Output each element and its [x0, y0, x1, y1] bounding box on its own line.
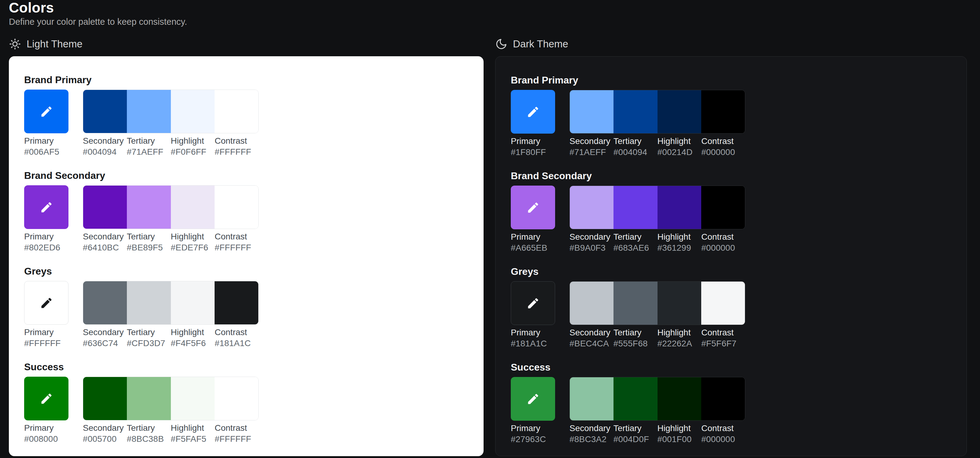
- primary-swatch-edit-button[interactable]: [24, 89, 68, 133]
- swatch-hex-value: #001F00: [657, 434, 702, 445]
- swatch-label-cell: Tertiary#004D0F: [614, 423, 657, 445]
- primary-swatch-edit-button[interactable]: [511, 377, 555, 421]
- swatch-row: [511, 186, 955, 229]
- swatch-role-label: Secondary: [83, 136, 127, 146]
- swatch-role-label: Contrast: [215, 136, 259, 146]
- swatch-hex-value: #181A1C: [215, 338, 259, 348]
- edit-pencil-icon: [40, 392, 53, 406]
- swatch-hex-value: #27963C: [511, 434, 570, 445]
- primary-swatch-edit-button[interactable]: [24, 281, 68, 325]
- swatch-hex-value: #00214D: [657, 147, 702, 157]
- swatch-secondary: [83, 90, 127, 133]
- swatch-label-cell: Secondary#004094: [83, 136, 127, 157]
- edit-pencil-icon: [40, 200, 53, 214]
- primary-swatch-edit-button[interactable]: [511, 281, 555, 325]
- palette-section-title: Brand Primary: [511, 74, 955, 86]
- swatch-hex-value: #F5FAF5: [171, 434, 215, 444]
- swatch-label-cell: Secondary#005700: [83, 423, 127, 444]
- swatch-hex-value: #683AE6: [614, 243, 657, 253]
- swatch-row: [24, 89, 471, 133]
- palette-section: SuccessPrimary#008000Secondary#005700Ter…: [24, 361, 471, 444]
- swatch-label-cell: Highlight#EDE7F6: [171, 231, 215, 253]
- swatch-role-label: Highlight: [657, 423, 702, 434]
- palette-section-title: Brand Secondary: [511, 170, 955, 181]
- swatch-contrast: [701, 377, 745, 420]
- dark-theme-label: Dark Theme: [513, 38, 568, 50]
- swatch-row: [511, 281, 955, 325]
- swatch-label-cell: Contrast#FFFFFF: [215, 136, 259, 157]
- swatch-tertiary: [127, 186, 170, 229]
- swatch-hex-value: #A665EB: [511, 243, 570, 253]
- swatch-labels-row: Primary#008000Secondary#005700Tertiary#8…: [24, 423, 471, 444]
- dark-theme-header: Dark Theme: [495, 37, 967, 51]
- swatch-tertiary: [127, 377, 170, 420]
- swatch-role-label: Secondary: [83, 423, 127, 433]
- swatch-role-label: Primary: [511, 136, 570, 146]
- swatch-contrast: [701, 90, 745, 133]
- swatch-label-cell: Highlight#00214D: [657, 136, 702, 157]
- palette-strip: [570, 90, 745, 134]
- swatch-labels-row: Primary#802ED6Secondary#6410BCTertiary#B…: [24, 231, 471, 253]
- swatch-role-label: Tertiary: [614, 423, 657, 434]
- edit-pencil-icon: [527, 392, 540, 406]
- swatch-label-cell: Contrast#181A1C: [215, 327, 259, 348]
- swatch-highlight: [171, 281, 215, 324]
- swatch-labels-row: Primary#27963CSecondary#8BC3A2Tertiary#0…: [511, 423, 955, 445]
- swatch-hex-value: #FFFFFF: [215, 242, 259, 253]
- light-theme-column: Light Theme Brand PrimaryPrimary#006AF5S…: [9, 37, 484, 456]
- swatch-role-label: Tertiary: [614, 328, 657, 338]
- swatch-role-label: Contrast: [215, 327, 259, 337]
- swatch-contrast: [215, 281, 258, 324]
- swatch-label-cell: Highlight#22262A: [657, 328, 702, 349]
- swatch-tertiary: [614, 377, 657, 420]
- swatch-role-label: Tertiary: [614, 232, 657, 242]
- swatch-hex-value: #004D0F: [614, 434, 657, 445]
- swatch-role-label: Primary: [511, 423, 570, 434]
- swatch-hex-value: #FFFFFF: [215, 434, 259, 444]
- swatch-label-cell: Secondary#BEC4CA: [570, 328, 614, 349]
- primary-swatch-edit-button[interactable]: [24, 185, 68, 229]
- swatch-role-label: Highlight: [657, 328, 702, 338]
- palette-strip: [570, 186, 745, 229]
- swatch-role-label: Tertiary: [127, 327, 171, 337]
- page-title: Colors: [9, 0, 980, 15]
- swatch-tertiary: [614, 186, 657, 229]
- swatch-tertiary: [127, 90, 170, 133]
- edit-pencil-icon: [527, 201, 540, 214]
- swatch-tertiary: [614, 281, 657, 325]
- swatch-label-cell: Highlight#F5FAF5: [171, 423, 215, 444]
- swatch-label-cell: Primary#802ED6: [24, 231, 83, 253]
- swatch-role-label: Secondary: [570, 136, 614, 146]
- swatch-role-label: Primary: [511, 328, 570, 338]
- swatch-label-cell: Tertiary#555F68: [614, 328, 657, 349]
- swatch-label-cell: Secondary#B9A0F3: [570, 232, 614, 253]
- swatch-row: [511, 377, 955, 421]
- swatch-hex-value: #004094: [614, 147, 657, 157]
- swatch-hex-value: #FFFFFF: [24, 338, 83, 348]
- primary-swatch-edit-button[interactable]: [511, 90, 555, 134]
- primary-swatch-edit-button[interactable]: [24, 377, 68, 420]
- theme-columns: Light Theme Brand PrimaryPrimary#006AF5S…: [9, 37, 980, 456]
- primary-swatch-edit-button[interactable]: [511, 186, 555, 229]
- palette-section-title: Greys: [511, 266, 955, 277]
- swatch-role-label: Highlight: [657, 232, 702, 242]
- swatch-role-label: Contrast: [215, 231, 259, 242]
- swatch-labels-row: Primary#006AF5Secondary#004094Tertiary#7…: [24, 136, 471, 157]
- swatch-highlight: [657, 186, 701, 229]
- edit-pencil-icon: [527, 105, 540, 119]
- light-theme-label: Light Theme: [27, 38, 83, 50]
- swatch-label-cell: Contrast#000000: [701, 136, 745, 157]
- swatch-label-cell: Primary#006AF5: [24, 136, 83, 157]
- swatch-hex-value: #006AF5: [24, 147, 83, 157]
- swatch-label-cell: Contrast#000000: [701, 423, 745, 445]
- swatch-label-cell: Contrast#FFFFFF: [215, 231, 259, 253]
- swatch-label-cell: Primary#181A1C: [511, 328, 570, 349]
- swatch-hex-value: #CFD3D7: [127, 338, 171, 348]
- swatch-secondary: [83, 281, 127, 324]
- palette-section-title: Brand Secondary: [24, 170, 471, 181]
- swatch-hex-value: #802ED6: [24, 242, 83, 253]
- moon-icon: [495, 38, 508, 50]
- edit-pencil-icon: [40, 105, 53, 118]
- swatch-row: [24, 185, 471, 229]
- light-theme-header: Light Theme: [9, 37, 484, 51]
